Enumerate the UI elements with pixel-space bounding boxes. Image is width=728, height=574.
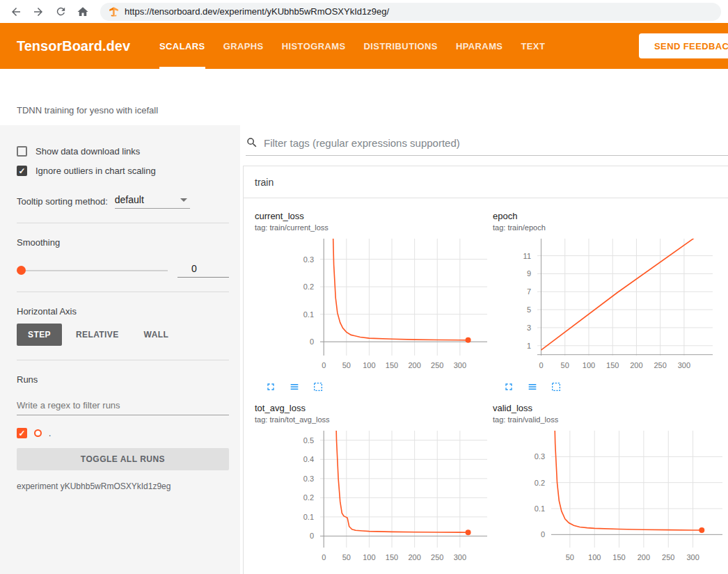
svg-text:50: 50 bbox=[566, 553, 574, 561]
search-icon bbox=[246, 136, 258, 149]
svg-text:250: 250 bbox=[431, 361, 443, 369]
charts-grid: current_losstag: train/current_loss05010… bbox=[244, 198, 728, 574]
svg-text:0: 0 bbox=[310, 532, 314, 540]
svg-text:0.4: 0.4 bbox=[303, 455, 314, 463]
horizontal-axis-buttons: STEPRELATIVEWALL bbox=[17, 324, 229, 346]
show-download-links-checkbox[interactable]: Show data download links bbox=[17, 146, 229, 157]
svg-text:300: 300 bbox=[454, 553, 466, 561]
fit-domain-icon[interactable] bbox=[312, 381, 324, 393]
section-header[interactable]: train bbox=[244, 166, 728, 198]
slider-thumb[interactable] bbox=[17, 266, 26, 275]
expand-chart-icon[interactable] bbox=[503, 381, 515, 393]
screen: https://tensorboard.dev/experiment/yKUbh… bbox=[0, 0, 728, 574]
chevron-down-icon bbox=[180, 198, 187, 202]
chart-tag: tag: train/tot_avg_loss bbox=[255, 415, 493, 424]
axis-button-wall[interactable]: WALL bbox=[133, 324, 180, 346]
horizontal-axis-label: Horizontal Axis bbox=[17, 306, 229, 317]
svg-text:0.2: 0.2 bbox=[303, 282, 314, 291]
run-color-circle-icon bbox=[34, 429, 42, 437]
tab-distributions[interactable]: DISTRIBUTIONS bbox=[364, 23, 438, 69]
svg-text:200: 200 bbox=[630, 361, 642, 369]
svg-text:9: 9 bbox=[527, 269, 531, 278]
divider bbox=[17, 292, 229, 292]
chart-card-epoch: epochtag: train/epoch0501001502002503001… bbox=[493, 211, 728, 393]
run-selector-icon[interactable] bbox=[526, 381, 539, 393]
reload-icon[interactable] bbox=[52, 3, 70, 21]
fit-domain-icon[interactable] bbox=[550, 381, 562, 393]
tooltip-sorting-row: Tooltip sorting method: default bbox=[17, 194, 229, 209]
experiment-name: experiment yKUbhb5wRmOSXYkId1z9eg bbox=[17, 481, 229, 491]
tooltip-sorting-label: Tooltip sorting method: bbox=[17, 196, 108, 207]
tab-text[interactable]: TEXT bbox=[521, 23, 545, 69]
tab-hparams[interactable]: HPARAMS bbox=[456, 23, 503, 69]
chart-title: epoch bbox=[493, 211, 728, 221]
line-chart[interactable]: 5010015020025030000.10.20.3 bbox=[493, 428, 728, 566]
svg-text:300: 300 bbox=[686, 553, 699, 561]
run-item[interactable]: . bbox=[17, 428, 229, 438]
svg-text:0.1: 0.1 bbox=[303, 310, 314, 319]
checkbox-label: Ignore outliers in chart scaling bbox=[35, 166, 156, 176]
tab-scalars[interactable]: SCALARS bbox=[159, 23, 205, 69]
smoothing-value[interactable]: 0 bbox=[177, 263, 229, 278]
send-feedback-button[interactable]: SEND FEEDBACK bbox=[639, 33, 728, 58]
svg-text:250: 250 bbox=[662, 553, 674, 561]
svg-text:5: 5 bbox=[527, 305, 531, 314]
svg-text:150: 150 bbox=[386, 553, 398, 561]
svg-text:7: 7 bbox=[527, 287, 531, 296]
svg-text:100: 100 bbox=[363, 553, 375, 561]
svg-text:150: 150 bbox=[606, 361, 619, 369]
content-row: Show data download links Ignore outliers… bbox=[0, 125, 728, 574]
train-section-card: train current_losstag: train/current_los… bbox=[243, 166, 728, 574]
line-chart[interactable]: 05010015020025030000.10.20.3 bbox=[255, 236, 491, 374]
axis-button-step[interactable]: STEP bbox=[17, 324, 62, 346]
home-icon[interactable] bbox=[74, 3, 92, 21]
svg-text:200: 200 bbox=[638, 553, 650, 561]
line-chart[interactable]: 0501001502002503001357911 bbox=[493, 236, 728, 374]
url-text: https://tensorboard.dev/experiment/yKUbh… bbox=[125, 6, 389, 17]
forward-icon[interactable] bbox=[29, 3, 47, 21]
ignore-outliers-checkbox[interactable]: Ignore outliers in chart scaling bbox=[17, 166, 229, 176]
settings-sidebar: Show data download links Ignore outliers… bbox=[0, 125, 240, 574]
chart-card-valid_loss: valid_losstag: train/valid_loss501001502… bbox=[493, 403, 728, 574]
svg-text:1: 1 bbox=[527, 342, 531, 350]
filter-tags-input[interactable] bbox=[264, 137, 728, 149]
tab-histograms[interactable]: HISTOGRAMS bbox=[282, 23, 346, 69]
main-panel: train current_losstag: train/current_los… bbox=[240, 125, 728, 574]
svg-text:0.3: 0.3 bbox=[303, 475, 314, 483]
svg-text:0: 0 bbox=[541, 530, 545, 539]
svg-text:0.3: 0.3 bbox=[303, 255, 314, 264]
run-checkbox-checked-icon[interactable] bbox=[17, 428, 27, 438]
chart-title: current_loss bbox=[255, 211, 493, 221]
svg-text:50: 50 bbox=[561, 361, 569, 369]
back-icon[interactable] bbox=[7, 3, 25, 21]
run-selector-icon[interactable] bbox=[288, 381, 301, 393]
browser-chrome: https://tensorboard.dev/experiment/yKUbh… bbox=[0, 0, 728, 23]
experiment-description: TDNN training for yesno with icefall bbox=[17, 105, 158, 115]
run-name: . bbox=[49, 429, 51, 438]
smoothing-slider[interactable] bbox=[17, 266, 168, 276]
checkbox-label: Show data download links bbox=[35, 146, 140, 157]
runs-label: Runs bbox=[17, 374, 229, 385]
svg-text:50: 50 bbox=[342, 553, 351, 561]
tensorboard-header: TensorBoard.dev SCALARSGRAPHSHISTOGRAMSD… bbox=[0, 23, 728, 69]
expand-chart-icon[interactable] bbox=[264, 381, 277, 393]
tensorboard-favicon-icon bbox=[109, 6, 119, 17]
svg-text:0.2: 0.2 bbox=[535, 479, 545, 487]
svg-text:0.2: 0.2 bbox=[303, 493, 314, 502]
tooltip-sorting-dropdown[interactable]: default bbox=[115, 194, 190, 209]
runs-filter-input[interactable] bbox=[17, 396, 229, 415]
svg-text:100: 100 bbox=[583, 361, 595, 369]
checkbox-checked-icon bbox=[17, 166, 27, 176]
toggle-all-runs-button[interactable]: TOGGLE ALL RUNS bbox=[17, 448, 229, 470]
line-chart[interactable]: 05010015020025030000.10.20.30.40.5 bbox=[255, 428, 491, 566]
chart-actions bbox=[255, 381, 493, 393]
svg-text:0.5: 0.5 bbox=[303, 436, 314, 445]
smoothing-slider-row: 0 bbox=[17, 263, 229, 278]
axis-button-relative[interactable]: RELATIVE bbox=[65, 324, 130, 346]
filter-tags-row bbox=[246, 136, 728, 156]
address-bar[interactable]: https://tensorboard.dev/experiment/yKUbh… bbox=[100, 3, 721, 21]
svg-text:200: 200 bbox=[408, 553, 420, 561]
tab-graphs[interactable]: GRAPHS bbox=[223, 23, 264, 69]
chart-title: valid_loss bbox=[493, 403, 728, 413]
app-title: TensorBoard.dev bbox=[17, 23, 130, 69]
